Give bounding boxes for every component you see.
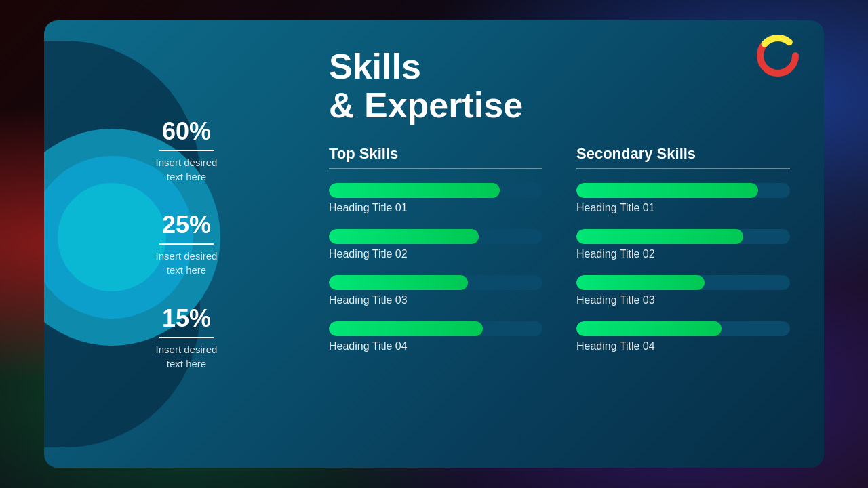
- top-skill-1-fill: [329, 183, 500, 198]
- stats-container: 60% Insert desiredtext here 25% Insert d…: [44, 20, 302, 468]
- top-skill-2: Heading Title 02: [329, 229, 542, 260]
- background: 60% Insert desiredtext here 25% Insert d…: [0, 0, 868, 488]
- main-card: 60% Insert desiredtext here 25% Insert d…: [44, 20, 824, 468]
- top-skills-divider: [329, 168, 542, 169]
- stat-item-2: 25% Insert desiredtext here: [156, 211, 218, 277]
- top-skill-4-track: [329, 321, 542, 336]
- logo: [756, 34, 804, 81]
- secondary-skills-heading: Secondary Skills: [576, 145, 790, 163]
- stat-divider-3: [159, 337, 214, 338]
- secondary-skill-2: Heading Title 02: [576, 229, 790, 260]
- secondary-skill-4-fill: [576, 321, 722, 336]
- stat-desc-2: Insert desiredtext here: [156, 249, 218, 277]
- secondary-skill-4: Heading Title 04: [576, 321, 790, 352]
- top-skill-3: Heading Title 03: [329, 275, 542, 306]
- stat-item-3: 15% Insert desiredtext here: [156, 304, 218, 371]
- title-line2: & Expertise: [329, 85, 523, 125]
- top-skill-2-fill: [329, 229, 479, 244]
- top-skill-4-label: Heading Title 04: [329, 340, 542, 352]
- top-skills-column: Top Skills Heading Title 01 Heading Titl…: [329, 145, 542, 441]
- right-section: Skills & Expertise Top Skills Heading Ti…: [302, 20, 824, 468]
- stat-percent-1: 60%: [156, 117, 218, 146]
- left-section: 60% Insert desiredtext here 25% Insert d…: [44, 20, 302, 468]
- logo-icon: [756, 34, 800, 78]
- top-skill-3-track: [329, 275, 542, 290]
- top-skill-1-track: [329, 183, 542, 198]
- stat-divider-1: [159, 150, 214, 151]
- stat-percent-3: 15%: [156, 304, 218, 333]
- secondary-skill-3-label: Heading Title 03: [576, 294, 790, 306]
- top-skill-3-fill: [329, 275, 468, 290]
- secondary-skill-1: Heading Title 01: [576, 183, 790, 214]
- secondary-skill-2-label: Heading Title 02: [576, 248, 790, 260]
- secondary-skill-2-fill: [576, 229, 743, 244]
- stat-item-1: 60% Insert desiredtext here: [156, 117, 218, 184]
- top-skill-3-label: Heading Title 03: [329, 294, 542, 306]
- top-skill-2-track: [329, 229, 542, 244]
- secondary-skills-column: Secondary Skills Heading Title 01 Headin…: [576, 145, 790, 441]
- skills-area: Top Skills Heading Title 01 Heading Titl…: [329, 145, 790, 441]
- secondary-skill-1-label: Heading Title 01: [576, 202, 790, 214]
- main-title: Skills & Expertise: [329, 47, 790, 125]
- top-skill-4-fill: [329, 321, 483, 336]
- stat-percent-2: 25%: [156, 211, 218, 239]
- top-skill-4: Heading Title 04: [329, 321, 542, 352]
- secondary-skill-3-track: [576, 275, 790, 290]
- top-skills-heading: Top Skills: [329, 145, 542, 163]
- secondary-skills-divider: [576, 168, 790, 169]
- secondary-skill-4-track: [576, 321, 790, 336]
- secondary-skill-3: Heading Title 03: [576, 275, 790, 306]
- stat-divider-2: [159, 243, 214, 245]
- secondary-skill-3-fill: [576, 275, 705, 290]
- stat-desc-1: Insert desiredtext here: [156, 155, 218, 184]
- secondary-skill-1-fill: [576, 183, 758, 198]
- title-line1: Skills: [329, 47, 421, 86]
- top-skill-1: Heading Title 01: [329, 183, 542, 214]
- top-skill-2-label: Heading Title 02: [329, 248, 542, 260]
- top-skill-1-label: Heading Title 01: [329, 202, 542, 214]
- stat-desc-3: Insert desiredtext here: [156, 342, 218, 371]
- secondary-skill-1-track: [576, 183, 790, 198]
- secondary-skill-4-label: Heading Title 04: [576, 340, 790, 352]
- secondary-skill-2-track: [576, 229, 790, 244]
